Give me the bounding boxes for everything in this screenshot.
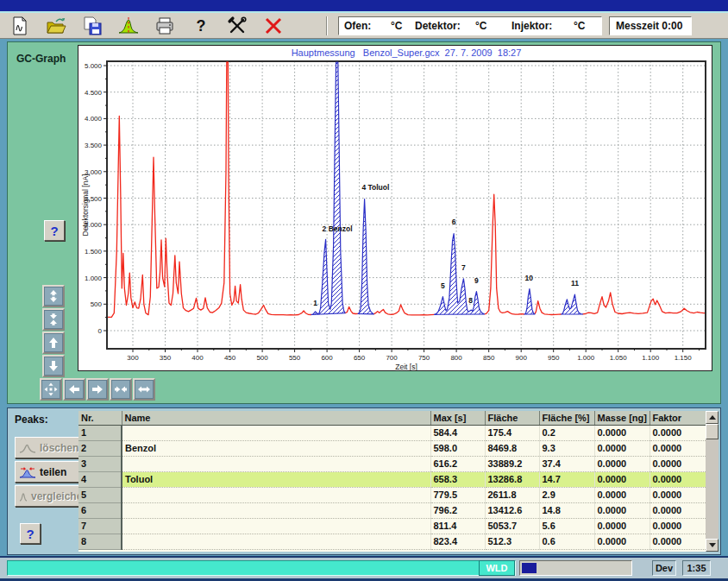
svg-text:1.050: 1.050 (610, 354, 628, 362)
wld-toggle[interactable]: WLD off (479, 560, 515, 576)
cell-mass[interactable]: 0.0000 (594, 487, 650, 502)
cell-factor[interactable]: 0.0000 (650, 471, 706, 487)
cell-area_pct[interactable]: 14.8 (539, 502, 594, 518)
cell-area_pct[interactable]: 0.2 (539, 425, 594, 440)
column-header-1[interactable]: Nr. (78, 411, 122, 425)
compress-vertical-button[interactable] (42, 308, 65, 331)
cell-area[interactable]: 13286.8 (485, 471, 539, 487)
table-row[interactable]: 5779.52611.82.90.00000.0000 (78, 487, 706, 502)
cell-factor[interactable]: 0.0000 (650, 487, 706, 502)
row-number-cell[interactable]: 3 (78, 456, 122, 471)
table-row[interactable]: 3616.233889.237.40.00000.0000 (78, 456, 706, 471)
cell-name[interactable]: Benzol (122, 440, 430, 456)
cell-area[interactable]: 13412.6 (485, 502, 539, 518)
table-row[interactable]: 1584.4175.40.20.00000.0000 (78, 425, 706, 440)
table-row[interactable]: 6796.213412.614.80.00000.0000 (78, 502, 706, 518)
peaks-help-button[interactable]: ? (20, 523, 41, 544)
abort-button[interactable] (262, 15, 285, 37)
table-scrollbar[interactable] (706, 411, 719, 552)
cell-area[interactable]: 512.3 (485, 534, 539, 549)
cell-factor[interactable]: 0.0000 (650, 456, 706, 471)
row-number-cell[interactable]: 5 (78, 487, 122, 502)
row-number-cell[interactable]: 2 (78, 440, 122, 456)
scroll-down-button[interactable] (706, 539, 719, 552)
cell-mass[interactable]: 0.0000 (594, 471, 650, 487)
scroll-up-button[interactable] (706, 411, 719, 424)
new-document-button[interactable] (9, 15, 31, 37)
row-number-cell[interactable]: 8 (78, 534, 122, 549)
vergleichen-button[interactable]: vergleichen (15, 485, 82, 507)
cell-mass[interactable]: 0.0000 (594, 440, 650, 456)
arrow-right-button[interactable] (86, 378, 109, 401)
cell-max[interactable]: 616.2 (430, 456, 485, 471)
column-header-6[interactable]: Masse [ng] (594, 411, 650, 425)
cell-name[interactable] (122, 487, 430, 502)
cell-max[interactable]: 823.4 (430, 534, 485, 549)
row-number-cell[interactable]: 6 (78, 502, 122, 518)
cell-area_pct[interactable]: 5.6 (539, 518, 594, 534)
cell-factor[interactable]: 0.0000 (650, 502, 706, 518)
cell-area[interactable]: 33889.2 (485, 456, 539, 471)
cell-max[interactable]: 811.4 (430, 518, 485, 534)
table-row[interactable]: 7811.45053.75.60.00000.0000 (78, 518, 706, 534)
cell-factor[interactable]: 0.0000 (650, 425, 706, 440)
row-number-cell[interactable]: 4 (78, 471, 122, 487)
cell-area_pct[interactable]: 37.4 (539, 456, 594, 471)
print-button[interactable] (154, 15, 176, 37)
cell-area_pct[interactable]: 0.6 (539, 534, 594, 549)
arrow-up-button[interactable] (42, 332, 65, 354)
cell-name[interactable] (122, 502, 430, 518)
cell-area[interactable]: 175.4 (485, 425, 539, 440)
help-button[interactable]: ? (190, 15, 212, 37)
loeschen-button[interactable]: löschen (15, 437, 82, 458)
cell-name[interactable] (122, 456, 430, 471)
cell-max[interactable]: 584.4 (430, 425, 485, 440)
row-number-cell[interactable]: 1 (78, 425, 122, 440)
cell-factor[interactable]: 0.0000 (650, 534, 706, 549)
table-row[interactable]: 2Benzol598.08469.89.30.00000.0000 (78, 440, 706, 456)
column-header-4[interactable]: Fläche (485, 411, 539, 425)
save-copy-button[interactable] (81, 15, 104, 37)
tools-button[interactable] (226, 15, 248, 37)
cell-factor[interactable]: 0.0000 (650, 518, 706, 534)
chart-help-button[interactable]: ? (44, 220, 65, 241)
cell-name[interactable] (122, 425, 430, 440)
arrow-left-button[interactable] (63, 378, 85, 401)
table-row[interactable]: 4Toluol658.313286.814.70.00000.0000 (78, 471, 706, 487)
scrollbar-thumb[interactable] (706, 424, 719, 439)
table-row[interactable]: 8823.4512.30.60.00000.0000 (78, 534, 706, 549)
cell-mass[interactable]: 0.0000 (594, 518, 650, 534)
scrollbar-track[interactable] (706, 424, 719, 539)
cell-mass[interactable]: 0.0000 (594, 534, 650, 549)
cell-max[interactable]: 779.5 (430, 487, 485, 502)
cell-area_pct[interactable]: 2.9 (539, 487, 594, 502)
column-header-7[interactable]: Faktor (650, 411, 706, 425)
expand-vertical-button[interactable] (42, 285, 65, 307)
cell-name[interactable] (122, 534, 430, 549)
row-number-cell[interactable]: 7 (78, 518, 122, 534)
cell-area[interactable]: 5053.7 (485, 518, 539, 534)
column-header-2[interactable]: Name (122, 411, 430, 425)
open-file-button[interactable] (45, 15, 67, 37)
cell-max[interactable]: 658.3 (430, 471, 485, 487)
cell-area_pct[interactable]: 9.3 (539, 440, 594, 456)
arrow-down-button[interactable] (42, 355, 65, 377)
move-button[interactable] (40, 378, 62, 401)
cell-mass[interactable]: 0.0000 (594, 425, 650, 440)
cell-max[interactable]: 598.0 (430, 440, 485, 456)
cell-name[interactable] (122, 518, 430, 534)
expand-horizontal-button[interactable] (133, 378, 155, 401)
cell-area[interactable]: 2611.8 (485, 487, 539, 502)
column-header-5[interactable]: Fläche [%] (539, 411, 594, 425)
teilen-button[interactable]: teilen (15, 461, 82, 483)
cell-name[interactable]: Toluol (122, 471, 430, 487)
cell-mass[interactable]: 0.0000 (594, 502, 650, 518)
cell-mass[interactable]: 0.0000 (594, 456, 650, 471)
column-header-3[interactable]: Max [s] (430, 411, 485, 425)
cell-area_pct[interactable]: 14.7 (539, 471, 594, 487)
compress-horizontal-button[interactable] (110, 378, 132, 401)
chromatogram-button[interactable] (117, 15, 140, 37)
cell-area[interactable]: 8469.8 (485, 440, 539, 456)
cell-factor[interactable]: 0.0000 (650, 440, 706, 456)
cell-max[interactable]: 796.2 (430, 502, 485, 518)
